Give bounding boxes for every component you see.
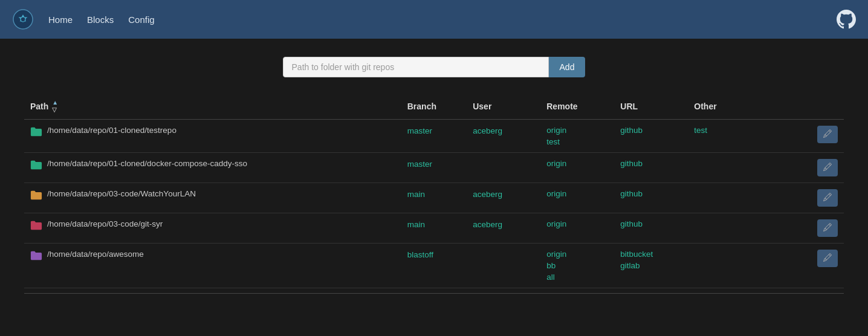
branch-cell: master — [401, 153, 467, 183]
path-header-label: Path — [30, 102, 48, 111]
url-link[interactable]: github — [620, 219, 682, 228]
github-icon — [837, 10, 856, 29]
path-input[interactable] — [283, 57, 549, 77]
url-cell: bitbucketgitlab — [614, 244, 688, 288]
url-values: github — [620, 219, 682, 228]
url-values: github — [620, 159, 682, 168]
user-link[interactable]: aceberg — [473, 190, 502, 199]
path-text: /home/data/repo/01-cloned/docker-compose… — [47, 159, 247, 168]
navbar-left: Home Blocks Config — [12, 8, 155, 30]
edit-button[interactable] — [817, 219, 838, 237]
pencil-icon — [823, 129, 832, 138]
col-header-other: Other — [688, 94, 745, 120]
col-header-url: URL — [614, 94, 688, 120]
other-cell — [688, 183, 745, 213]
user-cell: aceberg — [467, 120, 540, 153]
url-cell: github — [614, 120, 688, 153]
url-link[interactable]: bitbucket — [620, 250, 682, 259]
url-link[interactable]: github — [620, 126, 682, 135]
edit-button[interactable] — [817, 250, 838, 267]
pencil-icon — [823, 163, 832, 171]
remote-cell: origin — [540, 213, 614, 244]
folder-icon — [30, 220, 42, 233]
navbar-right — [837, 10, 856, 29]
pencil-icon — [823, 253, 832, 262]
remote-cell: originbball — [540, 244, 614, 288]
table-body: /home/data/repo/01-cloned/testrepo maste… — [24, 120, 844, 288]
other-cell: test — [688, 120, 745, 153]
branch-link[interactable]: main — [407, 190, 425, 199]
branch-link[interactable]: main — [407, 220, 425, 229]
actions-cell — [745, 183, 844, 213]
remote-link[interactable]: origin — [546, 189, 608, 198]
user-link[interactable]: aceberg — [473, 126, 502, 135]
remote-values: origin — [546, 159, 608, 168]
sort-asc-icon[interactable]: ▲ — [52, 99, 58, 106]
branch-cell: blastoff — [401, 244, 467, 288]
sort-desc-icon[interactable]: ▽ — [52, 106, 58, 113]
other-cell — [688, 153, 745, 183]
folder-icon — [30, 190, 42, 202]
col-header-path: Path ▲ ▽ — [24, 94, 401, 120]
path-cell: /home/data/repo/01-cloned/testrepo — [24, 120, 401, 153]
url-link[interactable]: gitlab — [620, 261, 682, 270]
remote-link[interactable]: origin — [546, 250, 608, 259]
actions-cell — [745, 213, 844, 244]
pencil-icon — [823, 193, 832, 201]
table-row: /home/data/repo/awesome blastofforiginbb… — [24, 244, 844, 288]
pencil-icon — [823, 223, 832, 231]
user-cell: aceberg — [467, 183, 540, 213]
branch-link[interactable]: master — [407, 126, 432, 135]
remote-link[interactable]: origin — [546, 126, 608, 135]
url-values: bitbucketgitlab — [620, 250, 682, 270]
remote-link[interactable]: origin — [546, 219, 608, 228]
url-link[interactable]: github — [620, 189, 682, 198]
table-header: Path ▲ ▽ Branch User Remote URL Other — [24, 94, 844, 120]
table-row: /home/data/repo/03-code/WatchYourLAN mai… — [24, 183, 844, 213]
branch-cell: main — [401, 213, 467, 244]
svg-point-1 — [21, 17, 25, 22]
col-header-branch: Branch — [401, 94, 467, 120]
col-header-remote: Remote — [540, 94, 614, 120]
other-link[interactable]: test — [694, 126, 739, 135]
remote-link[interactable]: test — [546, 137, 608, 146]
url-cell: github — [614, 213, 688, 244]
edit-button[interactable] — [817, 126, 838, 143]
actions-cell — [745, 153, 844, 183]
url-cell: github — [614, 153, 688, 183]
user-cell — [467, 153, 540, 183]
col-header-user: User — [467, 94, 540, 120]
user-cell: aceberg — [467, 213, 540, 244]
other-cell — [688, 244, 745, 288]
bottom-divider — [24, 293, 844, 294]
url-link[interactable]: github — [620, 159, 682, 168]
table-row: /home/data/repo/01-cloned/docker-compose… — [24, 153, 844, 183]
actions-cell — [745, 120, 844, 153]
user-link[interactable]: aceberg — [473, 220, 502, 229]
nav-home[interactable]: Home — [48, 15, 73, 25]
url-values: github — [620, 189, 682, 198]
path-text: /home/data/repo/03-code/git-syr — [47, 219, 163, 228]
path-text: /home/data/repo/awesome — [47, 250, 144, 259]
folder-icon — [30, 160, 42, 172]
remote-cell: origin — [540, 183, 614, 213]
remote-link[interactable]: bb — [546, 261, 608, 270]
remote-link[interactable]: all — [546, 273, 608, 282]
folder-icon — [30, 250, 42, 263]
navbar: Home Blocks Config — [0, 0, 868, 39]
table-row: /home/data/repo/03-code/git-syr mainaceb… — [24, 213, 844, 244]
add-button[interactable]: Add — [549, 57, 586, 77]
branch-link[interactable]: master — [407, 160, 432, 169]
remote-link[interactable]: origin — [546, 159, 608, 168]
main-content: Add Path ▲ ▽ Branch User Remote URL — [0, 39, 868, 306]
app-logo-icon — [12, 8, 34, 30]
branch-cell: master — [401, 120, 467, 153]
edit-button[interactable] — [817, 159, 838, 176]
actions-cell — [745, 244, 844, 288]
nav-blocks[interactable]: Blocks — [87, 15, 114, 25]
edit-button[interactable] — [817, 189, 838, 207]
branch-link[interactable]: blastoff — [407, 250, 433, 259]
user-cell — [467, 244, 540, 288]
nav-config[interactable]: Config — [128, 15, 154, 25]
other-values: test — [694, 126, 739, 135]
